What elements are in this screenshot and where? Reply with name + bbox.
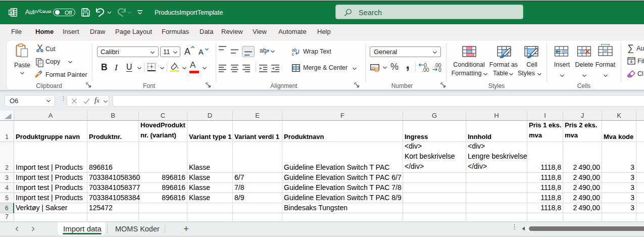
svg-text:A: A <box>184 46 190 56</box>
svg-text:0: 0 <box>438 67 441 72</box>
svg-text:A: A <box>199 48 204 56</box>
svg-text:.00: .00 <box>422 67 429 72</box>
